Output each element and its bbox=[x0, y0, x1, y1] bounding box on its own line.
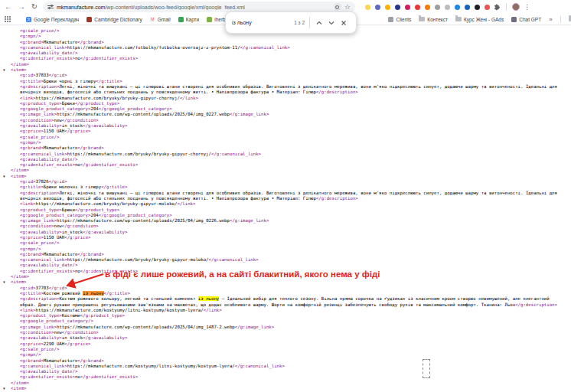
xml-line: <g:condition>new</g:condition> bbox=[0, 224, 564, 229]
profile-avatar[interactable] bbox=[512, 3, 520, 11]
xml-line: <g:availability_date/> bbox=[0, 157, 564, 162]
bookmark-label: Clients bbox=[396, 17, 411, 22]
apps-grid-icon[interactable] bbox=[5, 16, 11, 23]
bookmarks-right-group: ClientsКонтекстКурс Жені - GAdsChat GPT bbox=[388, 17, 541, 22]
xml-tag: </item> bbox=[11, 168, 29, 172]
bookmark-item[interactable]: 文Google Перекладач bbox=[26, 17, 79, 22]
collapse-toggle-icon[interactable]: ▼ bbox=[3, 386, 5, 391]
find-bar[interactable]: із льону 1 з 2 bbox=[225, 11, 357, 34]
extensions-puzzle-icon[interactable] bbox=[494, 0, 501, 14]
folder-icon bbox=[455, 17, 462, 21]
xml-tag: <g:image_link> bbox=[20, 112, 57, 116]
xml-line: </item> bbox=[0, 168, 564, 173]
xml-line: <g:price>1150 UAH</g:price> bbox=[0, 235, 564, 240]
find-close-icon[interactable] bbox=[338, 17, 350, 29]
xml-tag: </link> bbox=[177, 201, 195, 206]
extensions-row bbox=[365, 5, 490, 10]
bookmark-item[interactable]: Контекст bbox=[419, 17, 448, 22]
find-input[interactable]: із льону bbox=[232, 20, 294, 25]
ext-navy-dot-icon[interactable] bbox=[395, 5, 400, 10]
url-text[interactable]: mkmanufacture.com/wp-content/uploads/woo… bbox=[57, 5, 245, 10]
chrome-menu-icon[interactable]: ⋮ bbox=[524, 3, 530, 11]
xml-line: <g:description>Костюм рожевого кольору, … bbox=[0, 296, 564, 308]
xml-line: <g:canonical_link>https://mkmanufacture.… bbox=[0, 45, 564, 51]
leaf-icon bbox=[207, 17, 212, 22]
bookmark-item[interactable]: Курс Жені - GAds bbox=[455, 17, 504, 22]
xml-tag: </g:condition> bbox=[62, 118, 99, 122]
xml-text: https://mkmanufacture.com/bryuky/bryuky-… bbox=[67, 257, 209, 262]
xml-tag: <g:price> bbox=[20, 341, 44, 346]
xml-text: https://mkmanufacture.com/wp-content/upl… bbox=[57, 218, 230, 223]
xml-line: <g:image_link>https://mkmanufacture.com/… bbox=[0, 325, 564, 330]
xml-text: Костюми bbox=[62, 313, 80, 318]
xml-tag: <g:availability> bbox=[20, 335, 62, 340]
bookmark-star-icon[interactable]: ☆ bbox=[344, 4, 351, 11]
xml-line: <link>https://mkmanufacture.com/bryuky/b… bbox=[0, 96, 564, 101]
url-bar[interactable]: mkmanufacture.com/wp-content/uploads/woo… bbox=[43, 2, 355, 12]
xml-text: new bbox=[54, 118, 62, 122]
bookmark-item[interactable]: Clients bbox=[388, 17, 411, 22]
bookmark-item[interactable]: MGmail bbox=[150, 17, 171, 22]
ext-record-dot-icon[interactable] bbox=[485, 5, 490, 10]
ext-blue-diamond-icon[interactable] bbox=[375, 5, 380, 10]
collapse-toggle-icon[interactable]: ▼ bbox=[3, 279, 5, 285]
xml-tag: <g:condition> bbox=[20, 118, 54, 122]
xml-line: <g:description>Легкі, жіночні та вишукан… bbox=[0, 84, 564, 96]
ext-black-pen-icon[interactable] bbox=[475, 5, 480, 10]
ext-orange-ball-icon[interactable] bbox=[385, 5, 390, 10]
xml-tag: </g:image_link> bbox=[235, 325, 274, 329]
xml-line: <g:product_type>Брюки</g:product_type> bbox=[0, 207, 564, 213]
xml-line: <g:identifier_exists>no</g:identifier_ex… bbox=[0, 374, 564, 380]
xml-tag: </g:google_product_category> bbox=[99, 106, 172, 111]
ext-blue-square-icon[interactable] bbox=[465, 5, 470, 10]
xml-tag: </g:title> bbox=[96, 79, 122, 83]
ext-red-square-icon[interactable] bbox=[415, 5, 420, 10]
xml-text: https://mkmanufacture.com/bryuky/bryuky-… bbox=[36, 201, 178, 206]
xml-text: 37833 bbox=[36, 73, 49, 77]
xml-tag: <g:canonical_link> bbox=[20, 257, 67, 262]
xml-tag: </link> bbox=[180, 96, 198, 100]
ext-gray-dot-icon[interactable] bbox=[445, 5, 450, 10]
bookmark-item[interactable]: Chat GPT bbox=[511, 17, 541, 22]
back-icon[interactable]: ← bbox=[4, 3, 13, 11]
chatgpt-icon bbox=[511, 17, 517, 22]
bookmark-item[interactable]: Карти bbox=[178, 17, 199, 22]
forward-icon[interactable]: → bbox=[17, 3, 26, 11]
xml-line: <link>https://mkmanufacture.com/bryuky/b… bbox=[0, 201, 564, 207]
find-previous-icon[interactable] bbox=[313, 17, 325, 29]
all-bookmarks-item[interactable]: Усі закладки bbox=[569, 17, 571, 22]
xml-tag: <g:description> bbox=[20, 296, 59, 301]
bookmarks-overflow-chevron[interactable]: » bbox=[549, 16, 552, 23]
tune-icon[interactable] bbox=[47, 4, 54, 10]
xml-tag: </g:title> bbox=[101, 185, 127, 189]
ext-gray-wave-icon[interactable] bbox=[435, 5, 440, 10]
ext-adspower-icon[interactable] bbox=[365, 5, 370, 10]
collapse-toggle-icon[interactable]: ▼ bbox=[3, 174, 5, 179]
xml-tag: </g:product_type> bbox=[80, 313, 125, 318]
xml-line: </item> bbox=[0, 62, 564, 67]
xml-text: 2290 UAH bbox=[44, 341, 64, 346]
folder-icon bbox=[569, 17, 571, 21]
xml-tag: </g:availability> bbox=[83, 230, 127, 234]
xml-tag: <g:availability> bbox=[20, 123, 62, 128]
xml-tag: <g:canonical_link> bbox=[20, 364, 67, 368]
xml-text: in_stock bbox=[62, 230, 83, 234]
xml-tag: </g:description> bbox=[515, 302, 557, 307]
xml-text: Брюки bbox=[62, 207, 75, 212]
search-lens-icon[interactable] bbox=[334, 3, 341, 11]
ext-gradient-square-icon[interactable] bbox=[405, 5, 410, 10]
xml-tag: <g:brand> bbox=[20, 252, 44, 256]
xml-tag: <g:price> bbox=[20, 129, 44, 133]
ext-orange-sphere-icon[interactable] bbox=[425, 5, 430, 10]
ext-blue-gear-icon[interactable] bbox=[455, 5, 460, 10]
find-next-icon[interactable] bbox=[325, 17, 338, 29]
bookmark-label: Курс Жені - GAds bbox=[464, 17, 504, 22]
collapse-toggle-icon[interactable]: ▼ bbox=[3, 67, 5, 73]
reload-icon[interactable]: ↻ bbox=[30, 3, 39, 11]
xml-line: <g:canonical_link>https://mkmanufacture.… bbox=[0, 364, 564, 369]
xml-tag: </g:price> bbox=[64, 235, 90, 240]
xml-tag: </g:canonical_link> bbox=[235, 364, 285, 368]
xml-tag: <g:price> bbox=[20, 235, 44, 240]
bookmark-item[interactable]: Cambridge Dictionary bbox=[86, 17, 142, 22]
xml-tag: <g:title> bbox=[20, 79, 44, 83]
